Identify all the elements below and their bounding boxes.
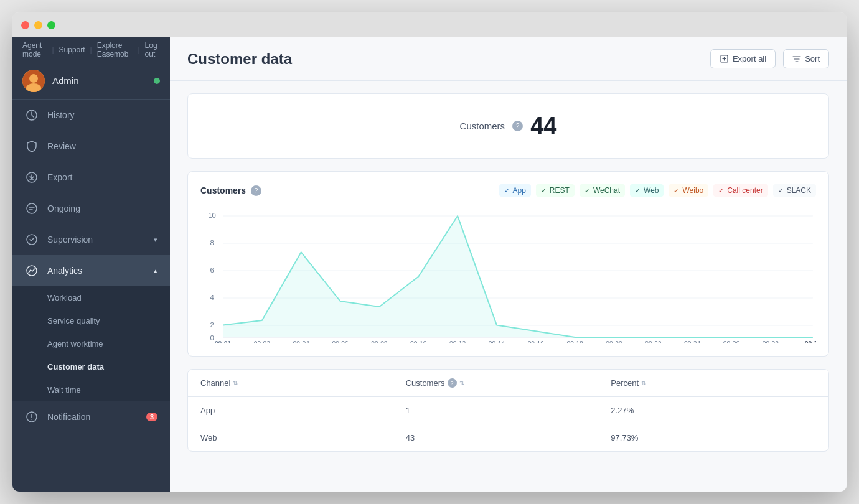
svg-text:09-12: 09-12: [449, 340, 466, 343]
sidebar-item-review[interactable]: Review: [12, 131, 170, 162]
chart-help-icon[interactable]: ?: [251, 185, 261, 196]
svg-text:09-28: 09-28: [763, 340, 779, 343]
summary-label: Customers: [460, 121, 505, 131]
support-link[interactable]: Support: [59, 45, 85, 54]
summary-value: 44: [530, 113, 556, 139]
legend-rest[interactable]: ✓ REST: [536, 184, 575, 197]
main-header: Customer data Export all: [170, 37, 847, 81]
svg-text:09-20: 09-20: [606, 340, 622, 343]
cell-customers-2: 43: [406, 433, 611, 442]
cell-customers-1: 1: [406, 406, 611, 415]
col-customers-sort-icon[interactable]: ⇅: [459, 380, 464, 386]
chart-title-row: Customers ?: [200, 185, 261, 196]
svg-text:10: 10: [208, 212, 216, 219]
admin-label: Admin: [52, 75, 146, 86]
shield-icon: [25, 139, 39, 153]
analytics-sub-items: Workload Service quality Agent worktime …: [12, 286, 170, 401]
svg-text:09-18: 09-18: [566, 340, 583, 343]
table-row: App 1 2.27%: [188, 397, 828, 424]
title-bar: [12, 12, 847, 37]
svg-text:09-26: 09-26: [723, 340, 740, 343]
col-percent-sort-icon[interactable]: ⇅: [641, 380, 646, 386]
table-header: Channel ⇅ Customers ? ⇅ Percent ⇅: [188, 370, 828, 397]
table-row: Web 43 97.73%: [188, 424, 828, 451]
legend-web[interactable]: ✓ Web: [630, 184, 664, 197]
history-label: History: [47, 110, 157, 120]
sidebar-item-workload[interactable]: Workload: [12, 286, 170, 309]
top-nav: Agent mode | Support | Explore Easemob |…: [12, 37, 170, 62]
sidebar-item-supervision[interactable]: Supervision ▾: [12, 224, 170, 255]
sidebar-item-customer-data[interactable]: Customer data: [12, 355, 170, 378]
supervision-label: Supervision: [47, 235, 145, 245]
explore-link[interactable]: Explore Easemob: [97, 41, 133, 58]
col-channel-sort-icon[interactable]: ⇅: [233, 380, 238, 386]
legend-wechat[interactable]: ✓ WeChat: [580, 184, 625, 197]
sidebar-item-analytics[interactable]: Analytics ▴: [12, 255, 170, 286]
sidebar-item-wait-time[interactable]: Wait time: [12, 378, 170, 401]
legend-weibo[interactable]: ✓ Weibo: [669, 184, 708, 197]
chart-area: 10 8 6 4 2 0: [200, 207, 816, 343]
export-label: Export: [47, 172, 157, 182]
sidebar-item-export[interactable]: Export: [12, 162, 170, 193]
ongoing-label: Ongoing: [47, 203, 157, 213]
export-all-button[interactable]: Export all: [710, 49, 776, 68]
chart-svg: 10 8 6 4 2 0: [200, 207, 816, 343]
cell-channel-2: Web: [200, 433, 406, 442]
svg-text:09-30: 09-30: [805, 340, 816, 343]
svg-text:09-08: 09-08: [371, 340, 388, 343]
minimize-button[interactable]: [34, 21, 42, 29]
analytics-icon: [25, 264, 39, 278]
summary-card: Customers ? 44: [187, 93, 829, 159]
cell-percent-2: 97.73%: [611, 433, 816, 442]
svg-text:0: 0: [210, 334, 214, 342]
svg-text:09-16: 09-16: [528, 340, 545, 343]
online-indicator: [154, 78, 160, 84]
svg-point-1: [29, 74, 38, 83]
chat-icon: [25, 202, 39, 215]
agent-mode-link[interactable]: Agent mode: [22, 41, 47, 58]
legend-callcenter[interactable]: ✓ Call center: [713, 184, 767, 197]
export-icon: [720, 54, 729, 63]
chart-card: Customers ? ✓ App ✓ REST: [187, 171, 829, 357]
close-button[interactable]: [21, 21, 29, 29]
col-customers-help[interactable]: ?: [448, 378, 457, 388]
sidebar-item-notification[interactable]: Notification 3: [12, 401, 170, 432]
cell-percent-1: 2.27%: [611, 406, 816, 415]
download-icon: [25, 170, 39, 184]
svg-text:09-06: 09-06: [332, 340, 349, 343]
notification-label: Notification: [47, 412, 138, 422]
supervision-icon: [25, 233, 39, 246]
summary-help-icon[interactable]: ?: [512, 121, 523, 131]
app-body: Agent mode | Support | Explore Easemob |…: [12, 37, 847, 492]
main-area: Customer data Export all: [170, 37, 847, 492]
svg-text:2: 2: [210, 321, 214, 329]
supervision-arrow: ▾: [154, 236, 157, 244]
maximize-button[interactable]: [47, 21, 55, 29]
sidebar-nav: History Review: [12, 100, 170, 432]
svg-text:09-24: 09-24: [684, 340, 701, 343]
filter-icon: [792, 55, 801, 63]
main-content: Customers ? 44 Customers ? ✓: [170, 81, 847, 492]
sidebar: Agent mode | Support | Explore Easemob |…: [12, 37, 170, 492]
svg-text:4: 4: [210, 294, 214, 301]
sort-button[interactable]: Sort: [783, 49, 829, 68]
notification-icon: [25, 410, 39, 424]
analytics-arrow: ▴: [154, 267, 157, 275]
clock-icon: [25, 108, 39, 122]
review-label: Review: [47, 141, 157, 151]
chart-legend: ✓ App ✓ REST ✓ WeChat: [499, 184, 817, 197]
avatar: [22, 70, 45, 92]
legend-slack[interactable]: ✓ SLACK: [773, 184, 816, 197]
sidebar-item-history[interactable]: History: [12, 100, 170, 131]
sidebar-item-agent-worktime[interactable]: Agent worktime: [12, 332, 170, 355]
logout-link[interactable]: Log out: [145, 41, 160, 58]
col-channel-header: Channel ⇅: [200, 378, 406, 388]
analytics-label: Analytics: [47, 266, 145, 276]
chart-title: Customers: [200, 185, 246, 195]
sidebar-item-service-quality[interactable]: Service quality: [12, 309, 170, 332]
svg-text:6: 6: [210, 266, 214, 274]
sidebar-item-ongoing[interactable]: Ongoing: [12, 193, 170, 224]
legend-app[interactable]: ✓ App: [499, 184, 531, 197]
app-window: Agent mode | Support | Explore Easemob |…: [12, 12, 847, 492]
data-table: Channel ⇅ Customers ? ⇅ Percent ⇅: [187, 369, 829, 452]
